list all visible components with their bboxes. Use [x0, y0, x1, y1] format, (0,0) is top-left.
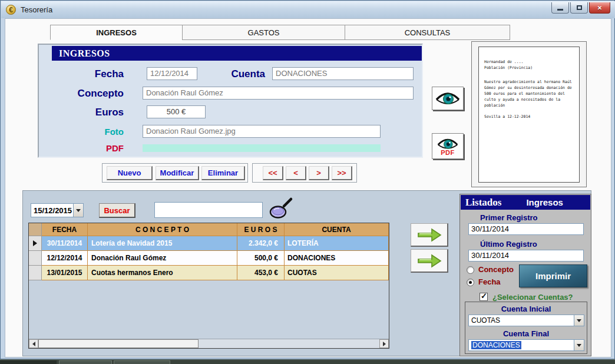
fecha-field[interactable]: 12/12/2014 — [147, 67, 197, 80]
last-record-button[interactable]: >> — [332, 166, 352, 180]
nuevo-button[interactable]: Nuevo — [107, 166, 153, 180]
title-bar: € Tesorería ✕ — [1, 1, 615, 18]
header-cuenta[interactable]: CUENTA — [285, 223, 389, 236]
preview-body: Nuestro agradecimiento al hermano Raúl G… — [484, 79, 574, 108]
header-concepto[interactable]: C O N C E P T O — [88, 223, 237, 236]
pdf-caption: PDF — [441, 149, 455, 156]
tab-ingresos[interactable]: INGRESOS — [50, 25, 183, 40]
seleccionar-cuentas-checkbox[interactable] — [480, 293, 488, 301]
preview-line1: Hermandad de .... — [484, 59, 574, 65]
buscar-button[interactable]: Buscar — [99, 203, 135, 218]
cuenta-final-dropdown-button[interactable] — [574, 340, 584, 350]
transfer-up-button[interactable] — [411, 223, 448, 247]
cuenta-inicial-combo[interactable]: CUOTAS — [468, 315, 584, 326]
cell-euros[interactable]: 2.342,0 € — [237, 236, 285, 251]
row-selector-cell[interactable] — [29, 266, 42, 280]
cuenta-final-label: Cuenta Final — [465, 329, 587, 338]
cuenta-label: Cuenta — [192, 68, 265, 80]
taskbar-start-area[interactable] — [0, 360, 57, 364]
scroll-right-button[interactable] — [379, 339, 389, 348]
taskbar-button[interactable] — [114, 360, 170, 364]
search-magnifier-button[interactable] — [268, 197, 294, 223]
cell-concepto[interactable]: Donación Raul Gómez — [88, 251, 237, 266]
arrow-right-icon — [383, 342, 386, 346]
radio-concepto[interactable] — [467, 266, 474, 274]
foto-field[interactable]: Donacion Raul Gomez.jpg — [143, 125, 381, 138]
table-row[interactable]: 12/12/2014 Donación Raul Gómez 500,0 € D… — [29, 251, 389, 266]
prev-record-button[interactable]: < — [286, 166, 306, 180]
next-record-button[interactable]: > — [309, 166, 329, 180]
transfer-down-button[interactable] — [411, 249, 448, 273]
concepto-label: Concepto — [44, 88, 124, 100]
minimize-icon — [557, 9, 563, 11]
form-header: INGRESOS — [52, 46, 422, 61]
scrollbar-track[interactable] — [199, 339, 379, 348]
scroll-left-button[interactable] — [29, 339, 38, 348]
green-arrow-icon — [416, 227, 443, 243]
primer-registro-field[interactable]: 30/11/2014 — [468, 223, 584, 235]
ultimo-registro-label: Último Registro — [480, 240, 537, 249]
cuenta-field[interactable]: DONACIONES — [272, 67, 414, 80]
cell-fecha[interactable]: 30/11/2014 — [42, 236, 88, 251]
table-header-row: FECHA C O N C E P T O E U R O S CUENTA — [29, 223, 389, 236]
pdf-field[interactable] — [143, 144, 381, 152]
search-input[interactable] — [154, 202, 263, 218]
cell-concepto[interactable]: Cuotas hermanos Enero — [88, 266, 237, 280]
table-horizontal-scrollbar[interactable] — [29, 339, 389, 348]
chevron-down-icon — [577, 344, 581, 347]
taskbar-button[interactable] — [59, 360, 112, 364]
chevron-down-icon — [76, 209, 81, 212]
imprimir-button[interactable]: Imprimir — [519, 264, 587, 287]
close-button[interactable]: ✕ — [589, 2, 610, 14]
maximize-icon — [577, 5, 582, 10]
concepto-field[interactable]: Donación Raul Gómez — [143, 87, 414, 100]
table-empty-area — [29, 280, 389, 339]
listados-subtitle: Ingresos — [526, 197, 563, 207]
radio-concepto-label: Concepto — [478, 265, 514, 274]
minimize-button[interactable] — [551, 2, 569, 14]
window-title: Tesorería — [21, 5, 52, 14]
euros-field[interactable]: 500 € — [147, 105, 206, 118]
green-arrow-icon — [416, 253, 443, 269]
cell-concepto[interactable]: Lotería de Navidad 2015 — [88, 236, 237, 251]
euro-app-icon: € — [6, 5, 16, 15]
current-record-arrow-icon — [33, 240, 37, 246]
cuenta-inicial-label: Cuenta Inicial — [465, 305, 587, 313]
modificar-button[interactable]: Modificar — [156, 166, 199, 180]
cell-cuenta[interactable]: LOTERÍA — [285, 236, 389, 251]
cell-fecha[interactable]: 12/12/2014 — [42, 251, 88, 266]
row-selector-cell[interactable] — [29, 236, 42, 251]
maximize-button[interactable] — [570, 2, 588, 14]
tab-gastos[interactable]: GASTOS — [182, 25, 345, 40]
cuenta-inicial-dropdown-button[interactable] — [574, 315, 584, 326]
taskbar — [0, 359, 615, 364]
view-pdf-button[interactable]: PDF — [432, 133, 464, 159]
header-fecha[interactable]: FECHA — [42, 223, 88, 236]
preview-footer: Sevilla a 12-12-2014 — [484, 114, 574, 120]
radio-fecha[interactable] — [467, 279, 474, 286]
cuenta-final-combo[interactable]: DONACIONES — [468, 339, 584, 351]
cell-cuenta[interactable]: CUOTAS — [285, 266, 389, 280]
date-filter-dropdown-button[interactable] — [73, 204, 83, 217]
view-foto-button[interactable] — [432, 87, 464, 110]
cuenta-inicial-value: CUOTAS — [469, 316, 574, 325]
desktop: € Tesorería ✕ INGRESOS GASTOS CONSULTAS … — [0, 0, 615, 364]
header-euros[interactable]: E U R O S — [237, 223, 285, 236]
cell-euros[interactable]: 453,0 € — [237, 266, 285, 280]
date-filter-value: 15/12/2015 — [31, 206, 73, 215]
ingresos-form: INGRESOS Fecha 12/12/2014 Cuenta DONACIO… — [38, 44, 423, 158]
first-record-button[interactable]: << — [263, 166, 283, 180]
cell-fecha[interactable]: 13/01/2015 — [42, 266, 88, 280]
tab-consultas[interactable]: CONSULTAS — [345, 25, 510, 40]
date-filter-combo[interactable]: 15/12/2015 — [31, 203, 84, 217]
cell-cuenta[interactable]: DONACIONES — [285, 251, 389, 266]
table-row[interactable]: 30/11/2014 Lotería de Navidad 2015 2.342… — [29, 236, 389, 251]
cell-euros[interactable]: 500,0 € — [237, 251, 285, 266]
table-row[interactable]: 13/01/2015 Cuotas hermanos Enero 453,0 €… — [29, 266, 389, 280]
selector-header-cell — [29, 223, 42, 236]
ultimo-registro-field[interactable]: 30/11/2014 — [468, 250, 584, 262]
fecha-label: Fecha — [44, 68, 124, 80]
row-selector-cell[interactable] — [29, 251, 42, 266]
eliminar-button[interactable]: Eliminar — [201, 166, 245, 180]
scrollbar-thumb[interactable] — [38, 339, 199, 348]
